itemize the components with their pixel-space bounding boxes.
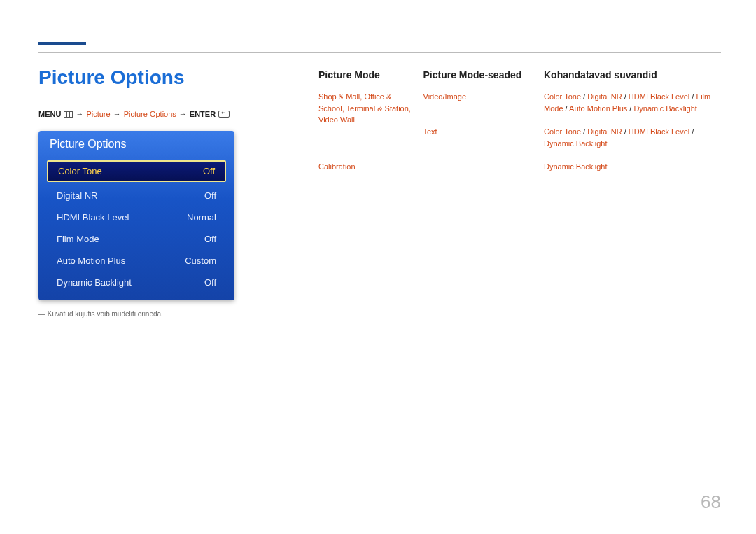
osd-row-value: Normal xyxy=(187,212,216,223)
page: Picture Options MENU → Picture → Picture… xyxy=(0,0,756,534)
osd-row-dynamic-backlight[interactable]: Dynamic Backlight Off xyxy=(44,272,229,293)
arrow-icon: → xyxy=(76,110,83,118)
menu-icon xyxy=(64,111,73,118)
cell-mode-seaded: Text xyxy=(424,120,545,155)
page-title: Picture Options xyxy=(38,66,262,89)
osd-row-label: Dynamic Backlight xyxy=(57,277,132,288)
osd-body: Color Tone Off Digital NR Off HDMI Black… xyxy=(38,160,234,300)
osd-row-value: Off xyxy=(204,190,216,201)
table-row: Calibration Dynamic Backlight xyxy=(318,155,721,178)
osd-row-value: Off xyxy=(203,166,215,176)
breadcrumb-seg-picture: Picture xyxy=(86,110,110,118)
th-picture-mode-seaded: Picture Mode-seaded xyxy=(424,66,545,85)
osd-panel: Picture Options Color Tone Off Digital N… xyxy=(38,131,234,300)
cell-mode-group: Shop & Mall, Office & School, Terminal &… xyxy=(318,85,424,155)
osd-row-color-tone[interactable]: Color Tone Off xyxy=(47,160,226,182)
options-table: Picture Mode Picture Mode-seaded Kohanda… xyxy=(318,66,721,178)
cell-suvandid: Color Tone / Digital NR / HDMI Black Lev… xyxy=(544,85,721,120)
osd-title: Picture Options xyxy=(38,131,234,157)
cell-mode-calibration: Calibration xyxy=(318,155,424,178)
breadcrumb: MENU → Picture → Picture Options → ENTER xyxy=(38,110,262,118)
osd-row-label: HDMI Black Level xyxy=(57,212,129,223)
enter-icon xyxy=(218,111,230,118)
th-kohandatavad-suvandid: Kohandatavad suvandid xyxy=(544,66,721,85)
th-picture-mode: Picture Mode xyxy=(318,66,424,85)
osd-row-label: Digital NR xyxy=(57,190,98,201)
arrow-icon: → xyxy=(179,110,187,118)
osd-row-digital-nr[interactable]: Digital NR Off xyxy=(44,185,229,206)
osd-row-label: Film Mode xyxy=(57,234,99,244)
page-number: 68 xyxy=(701,491,721,513)
breadcrumb-enter-label: ENTER xyxy=(190,110,216,118)
left-column: Picture Options MENU → Picture → Picture… xyxy=(38,66,262,318)
osd-row-auto-motion-plus[interactable]: Auto Motion Plus Custom xyxy=(44,250,229,272)
cell-suvandid: Dynamic Backlight xyxy=(544,155,721,178)
header-accent-bar xyxy=(38,42,86,45)
osd-row-label: Color Tone xyxy=(58,166,102,176)
cell-suvandid: Color Tone / Digital NR / HDMI Black Lev… xyxy=(544,120,721,155)
cell-mode-seaded xyxy=(424,155,545,178)
table-row: Shop & Mall, Office & School, Terminal &… xyxy=(318,85,721,120)
header-rule xyxy=(38,52,721,53)
osd-row-value: Off xyxy=(204,277,216,288)
cell-mode-seaded: Video/Image xyxy=(424,85,545,120)
breadcrumb-seg-picture-options: Picture Options xyxy=(124,110,176,118)
right-column: Picture Mode Picture Mode-seaded Kohanda… xyxy=(318,66,721,178)
footnote: Kuvatud kujutis võib mudeliti erineda. xyxy=(38,310,262,318)
osd-row-hdmi-black-level[interactable]: HDMI Black Level Normal xyxy=(44,206,229,228)
osd-row-value: Off xyxy=(204,234,216,244)
arrow-icon: → xyxy=(113,110,121,118)
osd-row-value: Custom xyxy=(185,255,216,266)
osd-row-label: Auto Motion Plus xyxy=(57,255,125,266)
osd-row-film-mode[interactable]: Film Mode Off xyxy=(44,228,229,250)
breadcrumb-menu-label: MENU xyxy=(38,110,61,118)
